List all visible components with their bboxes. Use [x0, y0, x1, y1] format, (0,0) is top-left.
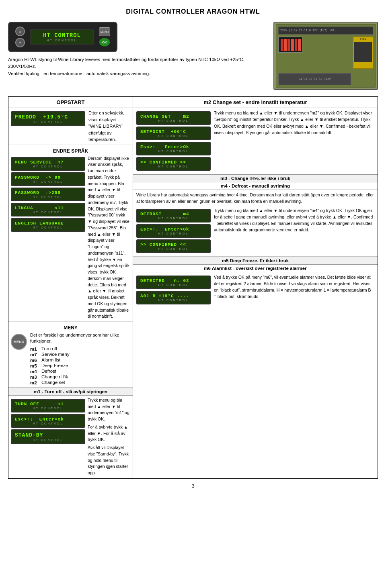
m6-text: Ved å trykke OK på meny "m6", vil eventu…	[214, 274, 374, 300]
list-item: m5Deep Freeze	[30, 363, 130, 369]
m1-header: m1 - Turn off - slå av/på styringen	[8, 388, 133, 396]
lcd-turnoff: TURN OFF m1	[15, 402, 81, 406]
lcd-freddo-label: HT CONTROL	[15, 120, 81, 123]
lcd-defrost-esc: Esc>↑↓ Enter>Ok	[140, 227, 207, 232]
meny-header: MENY	[11, 325, 130, 331]
lcd-change-set: CHANGE SET m2	[140, 114, 207, 119]
list-item: m2Change set	[30, 380, 130, 386]
lcd-standby: STAND-BY	[15, 432, 81, 438]
list-item: m4Defrost	[30, 369, 130, 374]
ok-button[interactable]: OK	[99, 38, 110, 47]
lcd-lingua: LINGUA s11	[15, 206, 81, 210]
lcd-menu-service: MENU SERVICE m7	[15, 160, 81, 165]
list-item: m1Turn off	[30, 346, 130, 352]
intro-text: Aragon HTWL styring til Wine Library lev…	[8, 56, 265, 77]
lcd-defrost-confirmed: >> CONFIRMED <<	[140, 242, 207, 247]
lcd-esc-enter-m2: Esc>↑↓ Enter>Ok	[140, 145, 207, 149]
m4-intro: Wine Library har automatisk varmgass avr…	[136, 192, 374, 205]
endre-sprak-header: ENDRE SPRÅK	[11, 148, 130, 154]
m4-text: Trykk menu og bla med ▲ eller ▼ til unde…	[214, 207, 374, 233]
meny-intro: Det er forskjellige undermenyer som har …	[30, 332, 130, 345]
oppstart-header: OPPSTART	[8, 97, 133, 108]
circuit-board-image: 230V (1-5) 22-11 0 12V (P-7) kVA +12V S4…	[273, 22, 378, 90]
page-number: 3	[8, 483, 378, 489]
lcd-freddo-line1: FREDDO +19.5°C	[15, 114, 81, 120]
m6-header: m6 Alarmlist - oversikt over registrerte…	[133, 265, 378, 272]
list-item: m6Alarm list	[30, 357, 130, 363]
m4-header: m4 - Defrost - manuell avriming	[133, 182, 378, 190]
up-button[interactable]: ▲	[15, 27, 25, 36]
m1-text3: Avslått vil Displayet vise "Stand-by". T…	[88, 445, 130, 476]
endre-sprak-text: Dersom displayet ikke viser ønsket språk…	[88, 155, 130, 320]
lcd-defrost: DEFROST m4	[140, 212, 207, 216]
menu-icon: MENU	[11, 334, 27, 350]
oppstart-text: Etter en selvsjekk, viser displayet "WIN…	[88, 110, 130, 143]
lcd-detected: DETECTED n. 02	[140, 278, 207, 283]
m2-header: m2 Change set - endre innstilt temperatu…	[133, 97, 378, 108]
list-item: m3Change rH%	[30, 374, 130, 380]
m1-text1: Trykk menu og bla med ▲ eller ▼ til unde…	[88, 397, 130, 423]
m3-header: m3 - Change rH%. Er ikke i bruk	[133, 174, 378, 182]
device-screen-label: HT CONTROL	[34, 39, 90, 42]
lcd-password-255: PASSWORD ->255	[15, 190, 81, 195]
m2-text: Trykk menu og bla med ▲ eller ▼ til unde…	[214, 110, 374, 136]
lcd-english: ENGLISH LANGUAGE	[15, 221, 81, 226]
menu-button[interactable]: MENU	[99, 27, 110, 36]
device-screen-line1: HT CONTROL	[34, 32, 90, 39]
down-button[interactable]: ▼	[15, 38, 25, 47]
m5-header: m5 Deep Freeze. Er ikke i bruk	[133, 257, 378, 265]
list-item: m7Service meny	[30, 352, 130, 357]
lcd-alarm-code: A01 B +19°C ----	[140, 294, 207, 298]
lcd-password-00: PASSWORD -> 00	[15, 175, 81, 180]
page-title: DIGITAL CONTROLLER ARAGON HTWL	[8, 8, 378, 15]
lcd-esc-enter-m1: Esc>↑↓ Enter>Ok	[15, 417, 81, 422]
lcd-confirmed-m2: >> CONFIRMED <<	[140, 160, 207, 165]
lcd-setpoint: SETPOINT +06°C	[140, 129, 207, 134]
m1-text2: For å avbryte trykk ▲ eller ▼. For å slå…	[88, 424, 130, 443]
